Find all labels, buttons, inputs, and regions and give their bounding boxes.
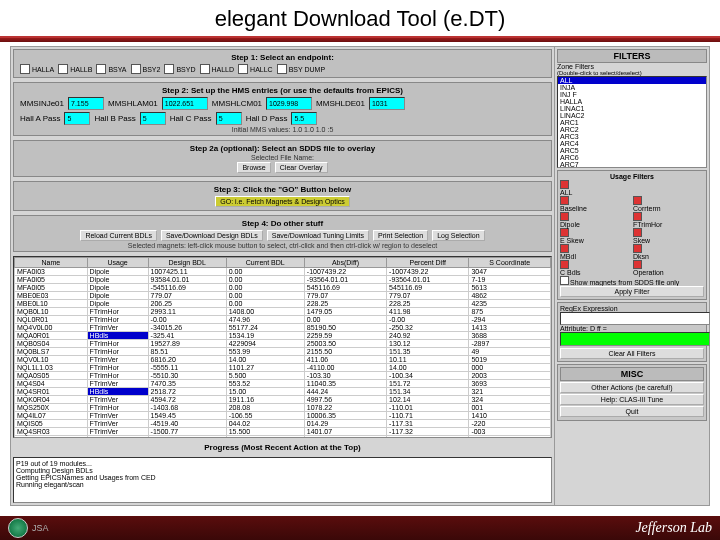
quit-button[interactable]: Quit (560, 406, 704, 417)
zone-item[interactable]: LINAC2 (558, 112, 706, 119)
progress-log: P19 out of 19 modules...Computing Design… (13, 457, 552, 503)
zone-item[interactable]: HALLA (558, 98, 706, 105)
table-row[interactable]: NQL0R01FTrimHor-0.00474.960.00-0.00-294 (15, 316, 551, 324)
usage-item[interactable]: Baseline (560, 196, 631, 212)
usage-item[interactable]: Dksn (633, 244, 704, 260)
clear-filters-button[interactable]: Clear All Filters (560, 348, 704, 359)
zone-item[interactable]: ARC5 (558, 147, 706, 154)
table-row[interactable]: MFA0I05Dipole-545116.690.00545116.695451… (15, 284, 551, 292)
zone-item[interactable]: ARC2 (558, 126, 706, 133)
endpoint-HALLA[interactable]: HALLA (20, 64, 54, 74)
usage-all[interactable]: ALL (560, 189, 572, 196)
table-row[interactable]: MQA0S05FTrimHor-5510.305.500-103.30-100.… (15, 372, 551, 380)
table-row[interactable]: MQB0S01FTrimHor-1262.66262.701800.00-143… (15, 436, 551, 439)
regex-label: RegEx Expression (560, 305, 704, 312)
browse-button[interactable]: Browse (237, 162, 270, 173)
table-row[interactable]: MQ0BLS7FTrimHor85.51553.992155.50151.354… (15, 348, 551, 356)
zone-item[interactable]: INJA (558, 84, 706, 91)
endpoint-BSYA[interactable]: BSYA (96, 64, 126, 74)
apply-filter-button[interactable]: Apply Filter (560, 286, 704, 297)
table-row[interactable]: NQL1L1.03FTrimHor-5555.111101.27-4110.00… (15, 364, 551, 372)
usage-filters: Usage Filters ALL BaselineDipoleE SkewMB… (557, 170, 707, 300)
zone-item[interactable]: ARC3 (558, 133, 706, 140)
table-row[interactable]: MQ4SR03FTrimVer-1500.7715.5001401.07-117… (15, 428, 551, 436)
step4-btn[interactable]: Save/Download Tuning Limits (267, 230, 369, 241)
step4: Step 4: Do other stuff Reload Current BD… (13, 215, 552, 252)
zone-item[interactable]: INJ F (558, 91, 706, 98)
table-row[interactable]: MQ4V0L00FTrimVer-34015.2655177.2485190.5… (15, 324, 551, 332)
endpoint-HALLB[interactable]: HALLB (58, 64, 92, 74)
zone-listbox[interactable]: ALLINJAINJ FHALLALINAC1LINAC2ARC1ARC2ARC… (557, 76, 707, 168)
attr-input[interactable] (560, 332, 710, 346)
step2a-sub: Selected File Name: (16, 154, 549, 161)
zone-item[interactable]: ARC7 (558, 161, 706, 168)
usage-item[interactable]: Corrterm (633, 196, 704, 212)
table-row[interactable]: MQB0S04FTrimHor19527.89422909425003.5013… (15, 340, 551, 348)
passA-input[interactable] (64, 112, 90, 125)
table-row[interactable]: MQ4S04FTrimVer7470.35553.5211040.35151.7… (15, 380, 551, 388)
usage-item[interactable]: E Skew (560, 228, 631, 244)
table-row[interactable]: MFA0I03Dipole1007425.110.00-1007439.22-1… (15, 268, 551, 276)
expr-box: RegEx Expression Attribute: D ff = Clear… (557, 302, 707, 362)
table-row[interactable]: MQB0L10FTrimHor2993.111408.001479.05411.… (15, 308, 551, 316)
endpoint-HALLD[interactable]: HALLD (200, 64, 235, 74)
momB-input[interactable] (162, 97, 208, 110)
passC-input[interactable] (216, 112, 242, 125)
zone-item[interactable]: ARC4 (558, 140, 706, 147)
col-header[interactable]: Percent Diff (387, 258, 469, 268)
table-row[interactable]: MQA0R01HBdls-325.411534.192259.59240.923… (15, 332, 551, 340)
passC-label: Hall C Pass (170, 114, 212, 123)
go-button[interactable]: GO: i.e. Fetch Magnets & Design Optics (215, 196, 350, 207)
table-row[interactable]: MQ4SR01HBdls2518.7215.00444.24151.34321 (15, 388, 551, 396)
table-row[interactable]: MQK0R04FTrimVer4594.721911.164997.56102.… (15, 396, 551, 404)
zone-item[interactable]: ARC6 (558, 154, 706, 161)
magnet-table[interactable]: NameUsageDesign BDLCurrent BDLAbs(Diff)P… (13, 256, 552, 438)
table-row[interactable]: MQIS05FTrimVer-4519.40044.02014.29-117.3… (15, 420, 551, 428)
usage-item[interactable]: C Bdls (560, 260, 631, 276)
step4-btn[interactable]: Reload Current BDLs (80, 230, 157, 241)
jlab-logo: Jefferson Lab (635, 520, 712, 536)
momD-label: MMSHLDE01 (316, 99, 365, 108)
step4-btn[interactable]: Print Selection (373, 230, 428, 241)
step4-btn[interactable]: Save/Download Design BDLs (161, 230, 263, 241)
step2-heading: Step 2: Set up the HMS entries (or use t… (16, 85, 549, 96)
usage-item[interactable]: Dipole (560, 212, 631, 228)
passD-input[interactable] (291, 112, 317, 125)
col-header[interactable]: S Coordinate (469, 258, 551, 268)
help-button[interactable]: Help: CLAS-III Tune (560, 394, 704, 405)
col-header[interactable]: Abs(Diff) (304, 258, 386, 268)
page-title: elegant Download Tool (e.DT) (0, 0, 720, 36)
clear-overlay-button[interactable]: Clear Overlay (275, 162, 328, 173)
usage-show-sdds[interactable]: Show magnets from SDDS file only (570, 279, 679, 286)
table-row[interactable]: MBE0L10Dipole206.250.00228.25228.254235 (15, 300, 551, 308)
endpoint-BSYD[interactable]: BSYD (164, 64, 195, 74)
table-row[interactable]: MFA0I05Dipole93584.01.010.00-93564.01.01… (15, 276, 551, 284)
col-header[interactable]: Current BDL (226, 258, 304, 268)
momD-input[interactable] (369, 97, 405, 110)
momA-input[interactable] (68, 97, 104, 110)
endpoint-HALLC[interactable]: HALLC (238, 64, 273, 74)
usage-item[interactable]: Operation (633, 260, 704, 276)
zone-item[interactable]: LINAC1 (558, 105, 706, 112)
table-row[interactable]: MQS250XFTrimHor-1403.68208.081078.22-110… (15, 404, 551, 412)
zone-item[interactable]: ARC1 (558, 119, 706, 126)
momC-input[interactable] (266, 97, 312, 110)
col-header[interactable]: Design BDL (148, 258, 226, 268)
step4-btn[interactable]: Log Selection (432, 230, 484, 241)
step1: Step 1: Select an endpoint: HALLAHALLBBS… (13, 49, 552, 78)
momB-label: MMSHLAM01 (108, 99, 158, 108)
zone-item[interactable]: ALL (558, 77, 706, 84)
col-header[interactable]: Usage (87, 258, 148, 268)
endpoint-BSY2[interactable]: BSY2 (131, 64, 161, 74)
usage-item[interactable]: Skew (633, 228, 704, 244)
passB-input[interactable] (140, 112, 166, 125)
table-row[interactable]: MQ4IL07FTrimVer1549.45-106.5510006.35-11… (15, 412, 551, 420)
endpoint-BSY DUMP[interactable]: BSY DUMP (277, 64, 325, 74)
table-row[interactable]: MQV0L10FTrimVer6816.2014.00411.0610.1150… (15, 356, 551, 364)
usage-item[interactable]: MBdl (560, 244, 631, 260)
col-header[interactable]: Name (15, 258, 88, 268)
usage-item[interactable]: FTrimHor (633, 212, 704, 228)
regex-input[interactable] (560, 312, 710, 325)
other-actions-button[interactable]: Other Actions (be careful!) (560, 382, 704, 393)
table-row[interactable]: MBE0E03Dipole779.070.00779.07779.074862 (15, 292, 551, 300)
